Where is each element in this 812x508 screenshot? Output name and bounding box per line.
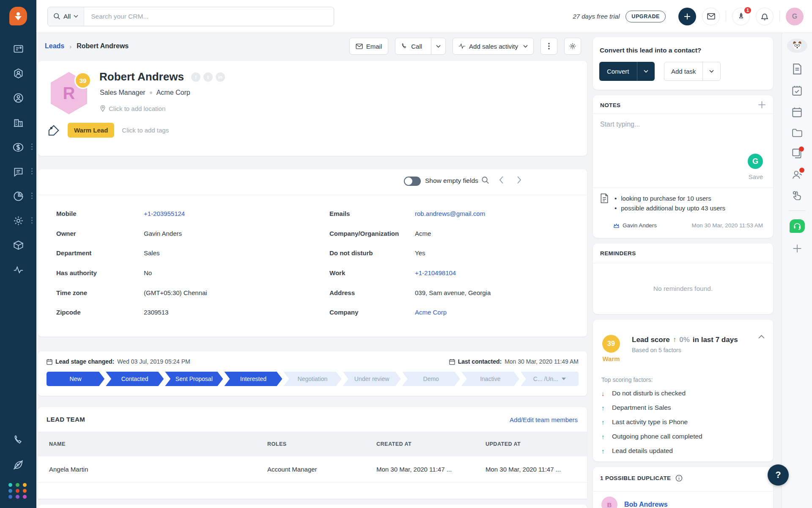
stage-demo[interactable]: Demo (402, 372, 460, 386)
stage-negotiation[interactable]: Negotiation (283, 372, 341, 386)
sidebar-item-freddy[interactable] (0, 459, 36, 470)
more-actions-button[interactable] (540, 38, 557, 55)
search-scope-dropdown[interactable]: All (48, 7, 84, 26)
field-mobile: Mobile+1-203955124 (56, 210, 185, 217)
topbar-separator (779, 11, 780, 22)
rail-files-icon[interactable] (792, 128, 803, 138)
sidebar-item-contacts[interactable] (0, 92, 36, 104)
deals-kebab-icon[interactable] (31, 144, 33, 150)
sidebar-item-products[interactable] (0, 240, 36, 251)
next-section-card (38, 505, 587, 508)
app-switcher-icon[interactable] (8, 483, 28, 499)
envelope-icon (707, 13, 715, 19)
note-list-item[interactable]: •looking to purchase for 10 users •possi… (600, 193, 725, 213)
lead-tag-warm-lead[interactable]: Warm Lead (68, 123, 114, 138)
add-task-button[interactable]: Add task (664, 62, 721, 81)
breadcrumb-current: Robert Andrews (77, 42, 129, 50)
divider (593, 188, 773, 188)
field-search-icon[interactable] (481, 176, 489, 184)
prev-record-button[interactable] (499, 176, 504, 184)
table-row[interactable]: Angela Martin Account Manager Mon 30 Mar… (38, 456, 587, 483)
facebook-icon[interactable]: f (191, 72, 200, 82)
duplicate-name-link[interactable]: Bob Andrews (624, 501, 668, 508)
duplicate-avatar: B (601, 497, 617, 508)
stage-sent-proposal[interactable]: Sent Proposal (165, 372, 223, 386)
stage-interested[interactable]: Interested (224, 372, 282, 386)
grammarly-icon[interactable]: G (748, 154, 763, 169)
lead-score-subtitle: Based on 5 factors (632, 347, 681, 353)
convert-dropdown[interactable] (637, 62, 655, 81)
sidebar-item-activities[interactable] (0, 264, 36, 276)
reports-kebab-icon[interactable] (31, 193, 33, 199)
show-empty-fields-toggle[interactable] (404, 177, 421, 186)
rail-tasks-icon[interactable] (792, 85, 802, 96)
add-edit-team-members-link[interactable]: Add/Edit team members (510, 416, 578, 423)
freddy-dog-avatar[interactable] (787, 39, 807, 53)
cell-name[interactable]: Angela Martin (49, 466, 88, 473)
convert-lead-card: Convert this lead into a contact? Conver… (593, 37, 773, 90)
linkedin-icon[interactable]: in (216, 72, 225, 82)
location-pin-icon (100, 105, 106, 112)
field-do-not-disturb: Do not disturbYes (329, 249, 425, 257)
twitter-icon[interactable]: t (203, 72, 213, 82)
call-button[interactable]: Call (395, 38, 446, 55)
email-button[interactable]: Email (349, 38, 389, 55)
scoring-factor: ↑Last activity type is Phone (601, 418, 688, 426)
quick-add-button[interactable] (678, 8, 696, 25)
rail-gestures-icon[interactable] (792, 190, 803, 201)
duplicate-lead-row[interactable]: B Bob Andrews (601, 497, 668, 508)
sidebar-item-dashboard[interactable] (0, 43, 36, 55)
envelope-icon (356, 44, 363, 49)
call-dropdown[interactable] (431, 38, 445, 54)
sidebar-item-deals[interactable] (0, 141, 36, 153)
field-company-organization: Company/OrganizationAcme (329, 230, 431, 237)
collapse-chevron-icon[interactable] (758, 335, 765, 339)
rail-notes-icon[interactable] (792, 64, 802, 75)
tag-icon (47, 124, 60, 137)
rail-calendar-icon[interactable] (792, 107, 802, 118)
freshworks-logo-icon[interactable] (9, 7, 27, 25)
stage-contacted[interactable]: Contacted (106, 372, 164, 386)
sidebar-item-conversations[interactable] (0, 166, 36, 177)
add-sales-activity-button[interactable]: Add sales activity (453, 38, 534, 55)
search-input[interactable] (84, 13, 334, 20)
lead-score-card: 39 Warm Lead score ↑ 0% in last 7 days B… (593, 320, 773, 461)
conversations-kebab-icon[interactable] (31, 168, 33, 174)
add-task-dropdown[interactable] (702, 62, 720, 80)
stage-closed-unqualified[interactable]: C... /Un... (521, 372, 579, 386)
scoring-factor: ↑Lead details updated (601, 447, 673, 455)
add-note-button[interactable] (757, 100, 766, 109)
page-settings-button[interactable] (564, 38, 581, 55)
sidebar-item-leads[interactable] (0, 68, 36, 79)
sidebar-item-settings[interactable] (0, 215, 36, 226)
field-address: Address039, Sam avenue, Georgia (329, 289, 491, 296)
settings-kebab-icon[interactable] (31, 217, 33, 224)
rail-add-icon[interactable] (792, 243, 802, 254)
calendar-icon (47, 359, 52, 365)
whats-new-button[interactable]: 1 (732, 8, 750, 25)
help-button[interactable]: ? (768, 464, 789, 486)
user-avatar[interactable]: G (786, 8, 804, 25)
rail-recordings-icon[interactable] (792, 148, 802, 159)
breadcrumb-leads-link[interactable]: Leads (45, 42, 64, 50)
reminders-empty-text: No reminders found. (593, 285, 773, 293)
save-note-button[interactable]: Save (749, 173, 763, 180)
rail-support-icon[interactable] (790, 219, 805, 233)
stage-new[interactable]: New (47, 372, 104, 386)
upgrade-button[interactable]: UPGRADE (625, 11, 666, 22)
stage-inactive[interactable]: Inactive (461, 372, 519, 386)
convert-button[interactable]: Convert (599, 62, 655, 81)
sidebar-item-accounts[interactable] (0, 117, 36, 128)
note-input[interactable]: Start typing... (600, 121, 640, 128)
email-inbox-button[interactable] (702, 8, 720, 25)
sidebar-item-phone[interactable] (0, 434, 36, 446)
stage-dropdown-caret-icon[interactable] (562, 378, 566, 380)
notifications-button[interactable] (756, 8, 774, 25)
next-record-button[interactable] (517, 176, 521, 184)
rail-attendees-icon[interactable] (792, 169, 803, 179)
up-arrow-icon: ↑ (601, 404, 607, 411)
stage-under-review[interactable]: Under review (343, 372, 401, 386)
sidebar-item-reports[interactable] (0, 190, 36, 202)
add-tags-field[interactable]: Click to add tags (122, 127, 169, 134)
add-location-field[interactable]: Click to add location (100, 105, 165, 112)
